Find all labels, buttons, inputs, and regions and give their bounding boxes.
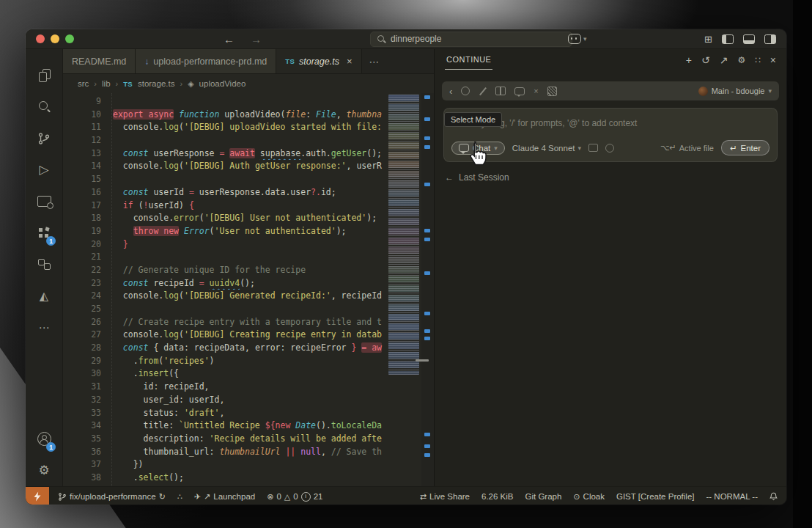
close-window-button[interactable]: [36, 34, 45, 43]
mouse-cursor: [465, 140, 490, 171]
sidebar-item-search[interactable]: [26, 91, 62, 122]
sidebar-item-extension-view[interactable]: ◭: [26, 280, 62, 312]
line-number: 17: [63, 199, 107, 213]
open-external-icon[interactable]: ↗: [720, 54, 728, 66]
attach-image-icon[interactable]: [588, 144, 598, 152]
copilot-icon: [568, 34, 581, 44]
status-cloak[interactable]: ⊙Cloak: [573, 492, 605, 502]
nav-forward-icon[interactable]: →: [251, 33, 262, 45]
line-number: 13: [63, 147, 107, 161]
sidebar-item-settings[interactable]: ⚙: [26, 455, 62, 486]
back-chevron-icon[interactable]: ‹: [449, 86, 452, 97]
typescript-icon: TS: [285, 57, 295, 65]
scrollbar-marker: [424, 433, 430, 436]
context-icon[interactable]: [605, 144, 614, 153]
code-line: 16 const userId = userResponse.data.user…: [63, 186, 387, 199]
select-mode-tooltip: Select Mode: [444, 112, 502, 127]
last-session-link[interactable]: ← Last Session: [445, 172, 786, 183]
status-gist[interactable]: GIST [Create Profile]: [616, 492, 695, 501]
session-toolbar: ‹ × Main - bdougie ▾: [442, 81, 779, 100]
status-launchpad[interactable]: ✈↗Launchpad: [194, 492, 255, 502]
tab-overflow-icon[interactable]: ⋯: [362, 49, 387, 73]
code-text: }): [107, 458, 387, 472]
tab-continue[interactable]: CONTINUE: [445, 51, 492, 70]
code-text: if (!userId) {: [107, 199, 387, 213]
code-text: title: `Untitled Recipe ${new Date().toL…: [107, 419, 387, 433]
code-line: 23 const recipeId = uuidv4();: [63, 277, 387, 290]
toggle-panel-icon[interactable]: [743, 34, 755, 44]
titlebar: ← → dinnerpeople ▾ ⊞: [26, 29, 786, 49]
status-notifications[interactable]: [769, 492, 778, 501]
tab-README.md[interactable]: README.md: [63, 49, 136, 73]
status-paw-status[interactable]: ∴: [177, 492, 182, 502]
grid-icon[interactable]: [547, 87, 557, 96]
close-small-icon[interactable]: ×: [534, 87, 538, 95]
sidebar-item-remote-explorer[interactable]: [26, 186, 62, 217]
code-text: description: 'Recipe details will be add…: [107, 433, 387, 446]
model-select[interactable]: Claude 4 Sonnet ▾: [512, 144, 581, 153]
code-text: export async function uploadVideo(file: …: [107, 109, 387, 122]
session-selector[interactable]: Main - bdougie ▾: [698, 87, 772, 96]
zoom-window-button[interactable]: [65, 34, 74, 43]
code-text: .insert({: [107, 367, 387, 381]
settings-icon[interactable]: ⚙: [737, 55, 745, 65]
sidebar-item-references[interactable]: [26, 249, 62, 280]
history-icon[interactable]: ↺: [701, 54, 710, 66]
enter-button[interactable]: ↵ Enter: [721, 140, 769, 155]
breadcrumb-item-storage.ts[interactable]: storage.ts: [138, 79, 175, 88]
code-line: 29 .from('recipes'): [63, 355, 387, 368]
new-session-icon[interactable]: +: [686, 54, 692, 66]
code-editor[interactable]: 910export async function uploadVideo(fil…: [63, 93, 434, 486]
tab-storage.ts[interactable]: TSstorage.ts×: [276, 49, 361, 73]
minimize-window-button[interactable]: [51, 34, 59, 43]
scrollbar-marker: [424, 312, 430, 315]
tab-upload-performance-prd.md[interactable]: ↓upload-performance-prd.md: [136, 49, 276, 73]
sidebar-item-more-views[interactable]: ⋯: [26, 312, 62, 343]
status-vim-mode[interactable]: -- NORMAL --: [706, 492, 758, 501]
breadcrumb-item-uploadVideo[interactable]: uploadVideo: [199, 79, 246, 88]
remote-indicator[interactable]: [26, 487, 49, 505]
status-file-size[interactable]: 6.26 KiB: [481, 492, 513, 501]
line-number: 14: [63, 160, 107, 173]
sidebar-item-extensions[interactable]: 1: [26, 217, 62, 249]
breadcrumb-item-src[interactable]: src: [78, 79, 89, 88]
clock-icon[interactable]: [461, 87, 470, 95]
status-problems[interactable]: ⊗0△0i21: [267, 492, 322, 502]
toggle-secondary-sidebar-icon[interactable]: [764, 34, 776, 44]
split-view-icon[interactable]: [495, 87, 506, 95]
breadcrumb-separator: ›: [94, 79, 97, 88]
toggle-sidebar-icon[interactable]: [722, 34, 734, 44]
breadcrumb-item-lib[interactable]: lib: [102, 79, 111, 88]
status-live-share[interactable]: ⇄Live Share: [420, 492, 470, 502]
code-line: 27 console.log('[DEBUG] Creating recipe …: [63, 329, 387, 342]
code-line: 26 // Create recipe entry with a tempora…: [63, 316, 387, 329]
line-number: 29: [63, 355, 107, 368]
sidebar-item-accounts[interactable]: 1: [26, 423, 62, 455]
command-center-search[interactable]: dinnerpeople: [370, 32, 572, 47]
status-git-graph[interactable]: Git Graph: [525, 492, 562, 501]
line-number: 24: [63, 290, 107, 303]
close-icon[interactable]: ×: [770, 54, 776, 66]
code-text: throw new Error('User not authenticated'…: [107, 225, 387, 238]
code-line: 34 title: `Untitled Recipe ${new Date().…: [63, 419, 387, 433]
code-text: thumbnail_url: thumbnailUrl || null, // …: [107, 446, 387, 459]
sidebar-item-explorer[interactable]: [26, 59, 62, 91]
fullscreen-icon[interactable]: ∷: [755, 55, 761, 65]
arrow-left-icon: ←: [445, 172, 454, 183]
line-number: 9: [63, 95, 107, 109]
sidebar-item-run-debug[interactable]: ▷: [26, 154, 62, 186]
copilot-menu[interactable]: ▾: [568, 34, 587, 44]
line-number: 22: [63, 264, 107, 277]
comment-icon[interactable]: [514, 87, 525, 95]
status-git-branch[interactable]: fix/upload-performance↻: [58, 492, 166, 502]
sidebar-item-source-control[interactable]: [26, 122, 62, 154]
close-tab-icon[interactable]: ×: [347, 56, 353, 67]
code-text: .from('recipes'): [107, 355, 387, 368]
minimap[interactable]: [387, 93, 421, 486]
edit-icon[interactable]: [479, 87, 487, 95]
vscode-window: ← → dinnerpeople ▾ ⊞ ▷1◭⋯1⚙ README.md↓up…: [26, 29, 786, 505]
nav-back-icon[interactable]: ←: [224, 33, 235, 45]
breadcrumb[interactable]: src›lib›TSstorage.ts›◈uploadVideo: [63, 74, 434, 93]
editor-scrollbar[interactable]: [421, 93, 434, 486]
layout-customize-icon[interactable]: ⊞: [704, 35, 712, 43]
